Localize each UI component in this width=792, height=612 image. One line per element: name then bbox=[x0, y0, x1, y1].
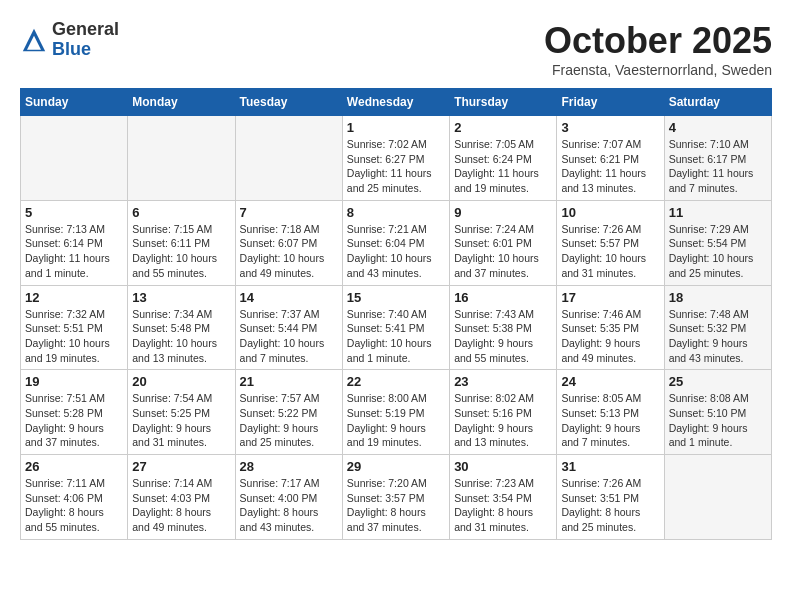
day-number: 5 bbox=[25, 205, 123, 220]
day-number: 22 bbox=[347, 374, 445, 389]
cell-info: Sunrise: 7:14 AM Sunset: 4:03 PM Dayligh… bbox=[132, 476, 230, 535]
cell-info: Sunrise: 7:10 AM Sunset: 6:17 PM Dayligh… bbox=[669, 137, 767, 196]
calendar-table: SundayMondayTuesdayWednesdayThursdayFrid… bbox=[20, 88, 772, 540]
calendar-cell: 24Sunrise: 8:05 AM Sunset: 5:13 PM Dayli… bbox=[557, 370, 664, 455]
calendar-body: 1Sunrise: 7:02 AM Sunset: 6:27 PM Daylig… bbox=[21, 116, 772, 540]
logo-icon bbox=[20, 26, 48, 54]
day-number: 15 bbox=[347, 290, 445, 305]
calendar-cell: 17Sunrise: 7:46 AM Sunset: 5:35 PM Dayli… bbox=[557, 285, 664, 370]
cell-info: Sunrise: 7:34 AM Sunset: 5:48 PM Dayligh… bbox=[132, 307, 230, 366]
calendar-cell: 6Sunrise: 7:15 AM Sunset: 6:11 PM Daylig… bbox=[128, 200, 235, 285]
cell-info: Sunrise: 8:08 AM Sunset: 5:10 PM Dayligh… bbox=[669, 391, 767, 450]
calendar-header: SundayMondayTuesdayWednesdayThursdayFrid… bbox=[21, 89, 772, 116]
day-number: 13 bbox=[132, 290, 230, 305]
cell-info: Sunrise: 7:05 AM Sunset: 6:24 PM Dayligh… bbox=[454, 137, 552, 196]
calendar-cell: 22Sunrise: 8:00 AM Sunset: 5:19 PM Dayli… bbox=[342, 370, 449, 455]
day-number: 11 bbox=[669, 205, 767, 220]
cell-info: Sunrise: 7:26 AM Sunset: 5:57 PM Dayligh… bbox=[561, 222, 659, 281]
weekday-header-monday: Monday bbox=[128, 89, 235, 116]
calendar-week-row: 12Sunrise: 7:32 AM Sunset: 5:51 PM Dayli… bbox=[21, 285, 772, 370]
weekday-header-saturday: Saturday bbox=[664, 89, 771, 116]
calendar-cell: 3Sunrise: 7:07 AM Sunset: 6:21 PM Daylig… bbox=[557, 116, 664, 201]
cell-info: Sunrise: 7:15 AM Sunset: 6:11 PM Dayligh… bbox=[132, 222, 230, 281]
weekday-header-tuesday: Tuesday bbox=[235, 89, 342, 116]
calendar-cell: 2Sunrise: 7:05 AM Sunset: 6:24 PM Daylig… bbox=[450, 116, 557, 201]
calendar-week-row: 26Sunrise: 7:11 AM Sunset: 4:06 PM Dayli… bbox=[21, 455, 772, 540]
weekday-header-friday: Friday bbox=[557, 89, 664, 116]
calendar-cell: 31Sunrise: 7:26 AM Sunset: 3:51 PM Dayli… bbox=[557, 455, 664, 540]
calendar-cell bbox=[21, 116, 128, 201]
calendar-cell bbox=[128, 116, 235, 201]
calendar-cell: 9Sunrise: 7:24 AM Sunset: 6:01 PM Daylig… bbox=[450, 200, 557, 285]
day-number: 3 bbox=[561, 120, 659, 135]
day-number: 2 bbox=[454, 120, 552, 135]
calendar-cell: 29Sunrise: 7:20 AM Sunset: 3:57 PM Dayli… bbox=[342, 455, 449, 540]
cell-info: Sunrise: 7:29 AM Sunset: 5:54 PM Dayligh… bbox=[669, 222, 767, 281]
cell-info: Sunrise: 7:17 AM Sunset: 4:00 PM Dayligh… bbox=[240, 476, 338, 535]
day-number: 24 bbox=[561, 374, 659, 389]
calendar-cell: 18Sunrise: 7:48 AM Sunset: 5:32 PM Dayli… bbox=[664, 285, 771, 370]
day-number: 23 bbox=[454, 374, 552, 389]
day-number: 4 bbox=[669, 120, 767, 135]
calendar-week-row: 5Sunrise: 7:13 AM Sunset: 6:14 PM Daylig… bbox=[21, 200, 772, 285]
calendar-cell: 10Sunrise: 7:26 AM Sunset: 5:57 PM Dayli… bbox=[557, 200, 664, 285]
day-number: 20 bbox=[132, 374, 230, 389]
cell-info: Sunrise: 7:20 AM Sunset: 3:57 PM Dayligh… bbox=[347, 476, 445, 535]
weekday-header-row: SundayMondayTuesdayWednesdayThursdayFrid… bbox=[21, 89, 772, 116]
calendar-cell: 4Sunrise: 7:10 AM Sunset: 6:17 PM Daylig… bbox=[664, 116, 771, 201]
day-number: 26 bbox=[25, 459, 123, 474]
day-number: 25 bbox=[669, 374, 767, 389]
day-number: 6 bbox=[132, 205, 230, 220]
day-number: 16 bbox=[454, 290, 552, 305]
day-number: 27 bbox=[132, 459, 230, 474]
weekday-header-thursday: Thursday bbox=[450, 89, 557, 116]
calendar-cell: 11Sunrise: 7:29 AM Sunset: 5:54 PM Dayli… bbox=[664, 200, 771, 285]
title-block: October 2025 Fraensta, Vaesternorrland, … bbox=[544, 20, 772, 78]
calendar-cell: 27Sunrise: 7:14 AM Sunset: 4:03 PM Dayli… bbox=[128, 455, 235, 540]
cell-info: Sunrise: 7:02 AM Sunset: 6:27 PM Dayligh… bbox=[347, 137, 445, 196]
day-number: 7 bbox=[240, 205, 338, 220]
logo-blue-text: Blue bbox=[52, 39, 91, 59]
cell-info: Sunrise: 8:05 AM Sunset: 5:13 PM Dayligh… bbox=[561, 391, 659, 450]
day-number: 14 bbox=[240, 290, 338, 305]
calendar-cell: 13Sunrise: 7:34 AM Sunset: 5:48 PM Dayli… bbox=[128, 285, 235, 370]
calendar-cell: 30Sunrise: 7:23 AM Sunset: 3:54 PM Dayli… bbox=[450, 455, 557, 540]
logo-general-text: General bbox=[52, 19, 119, 39]
day-number: 19 bbox=[25, 374, 123, 389]
cell-info: Sunrise: 7:54 AM Sunset: 5:25 PM Dayligh… bbox=[132, 391, 230, 450]
weekday-header-wednesday: Wednesday bbox=[342, 89, 449, 116]
day-number: 18 bbox=[669, 290, 767, 305]
calendar-cell: 12Sunrise: 7:32 AM Sunset: 5:51 PM Dayli… bbox=[21, 285, 128, 370]
calendar-week-row: 1Sunrise: 7:02 AM Sunset: 6:27 PM Daylig… bbox=[21, 116, 772, 201]
logo: General Blue bbox=[20, 20, 119, 60]
calendar-cell: 26Sunrise: 7:11 AM Sunset: 4:06 PM Dayli… bbox=[21, 455, 128, 540]
logo-text: General Blue bbox=[52, 20, 119, 60]
month-title: October 2025 bbox=[544, 20, 772, 62]
calendar-cell: 19Sunrise: 7:51 AM Sunset: 5:28 PM Dayli… bbox=[21, 370, 128, 455]
day-number: 10 bbox=[561, 205, 659, 220]
calendar-cell: 1Sunrise: 7:02 AM Sunset: 6:27 PM Daylig… bbox=[342, 116, 449, 201]
calendar-cell: 14Sunrise: 7:37 AM Sunset: 5:44 PM Dayli… bbox=[235, 285, 342, 370]
weekday-header-sunday: Sunday bbox=[21, 89, 128, 116]
calendar-week-row: 19Sunrise: 7:51 AM Sunset: 5:28 PM Dayli… bbox=[21, 370, 772, 455]
cell-info: Sunrise: 7:57 AM Sunset: 5:22 PM Dayligh… bbox=[240, 391, 338, 450]
cell-info: Sunrise: 7:24 AM Sunset: 6:01 PM Dayligh… bbox=[454, 222, 552, 281]
calendar-cell: 25Sunrise: 8:08 AM Sunset: 5:10 PM Dayli… bbox=[664, 370, 771, 455]
cell-info: Sunrise: 7:43 AM Sunset: 5:38 PM Dayligh… bbox=[454, 307, 552, 366]
cell-info: Sunrise: 7:40 AM Sunset: 5:41 PM Dayligh… bbox=[347, 307, 445, 366]
day-number: 21 bbox=[240, 374, 338, 389]
day-number: 28 bbox=[240, 459, 338, 474]
cell-info: Sunrise: 7:07 AM Sunset: 6:21 PM Dayligh… bbox=[561, 137, 659, 196]
cell-info: Sunrise: 7:37 AM Sunset: 5:44 PM Dayligh… bbox=[240, 307, 338, 366]
calendar-cell: 23Sunrise: 8:02 AM Sunset: 5:16 PM Dayli… bbox=[450, 370, 557, 455]
cell-info: Sunrise: 8:02 AM Sunset: 5:16 PM Dayligh… bbox=[454, 391, 552, 450]
cell-info: Sunrise: 7:51 AM Sunset: 5:28 PM Dayligh… bbox=[25, 391, 123, 450]
calendar-cell: 7Sunrise: 7:18 AM Sunset: 6:07 PM Daylig… bbox=[235, 200, 342, 285]
calendar-cell: 28Sunrise: 7:17 AM Sunset: 4:00 PM Dayli… bbox=[235, 455, 342, 540]
page-header: General Blue October 2025 Fraensta, Vaes… bbox=[20, 20, 772, 78]
day-number: 9 bbox=[454, 205, 552, 220]
cell-info: Sunrise: 7:46 AM Sunset: 5:35 PM Dayligh… bbox=[561, 307, 659, 366]
day-number: 12 bbox=[25, 290, 123, 305]
day-number: 17 bbox=[561, 290, 659, 305]
calendar-cell: 5Sunrise: 7:13 AM Sunset: 6:14 PM Daylig… bbox=[21, 200, 128, 285]
